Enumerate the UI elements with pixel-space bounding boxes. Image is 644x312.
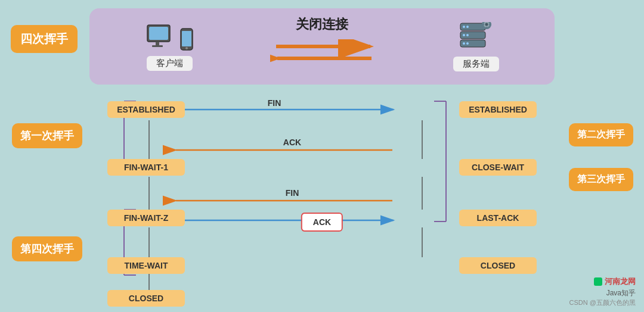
svg-rect-5 (182, 31, 191, 46)
svg-rect-1 (149, 27, 168, 40)
svg-point-6 (185, 47, 188, 49)
state-established-right: ESTABLISHED (459, 101, 537, 118)
svg-point-14 (463, 26, 465, 28)
double-arrow (270, 39, 377, 65)
label-first-handshake: 第一次挥手 (12, 123, 82, 148)
state-closed-right: CLOSED (459, 257, 537, 274)
svg-point-22 (485, 23, 488, 26)
watermark-java: Java知乎 (569, 288, 636, 298)
watermark: 河南龙网 Java知乎 CSDN @五颜六色的黑 (569, 276, 636, 307)
connection-text: 关闭连接 (296, 15, 348, 33)
client-label: 客户端 (147, 56, 193, 71)
phone-icon (179, 27, 194, 51)
watermark-top: 河南龙网 (569, 276, 636, 287)
label-third-handshake: 第三次挥手 (569, 168, 633, 191)
state-close-wait: CLOSE-WAIT (459, 159, 537, 176)
state-time-wait: TIME-WAIT (107, 257, 185, 274)
svg-text:ACK: ACK (283, 138, 301, 147)
wechat-icon (594, 277, 602, 286)
client-box: 客户端 (145, 23, 194, 71)
svg-rect-24 (486, 27, 488, 29)
server-icon (456, 22, 496, 52)
svg-rect-3 (152, 45, 163, 47)
svg-point-15 (463, 34, 465, 36)
svg-point-17 (466, 26, 469, 28)
monitor-icon (145, 23, 176, 51)
main-diagram: FIN ACK FIN (89, 91, 555, 312)
svg-text:FIN: FIN (268, 98, 281, 108)
watermark-csdn: CSDN @五颜六色的黑 (569, 298, 636, 307)
state-fin-wait-1: FIN-WAIT-1 (107, 159, 185, 176)
label-fourth-handshake: 第四次挥手 (12, 236, 82, 261)
server-label: 服务端 (453, 57, 499, 71)
svg-rect-26 (489, 23, 491, 25)
client-icon (145, 23, 194, 51)
double-arrow-icon (270, 39, 377, 65)
ack-outlined-box: ACK (301, 213, 343, 232)
label-second-handshake: 第二次挥手 (569, 123, 633, 146)
svg-point-16 (463, 42, 465, 45)
state-established-left: ESTABLISHED (107, 101, 185, 118)
svg-rect-2 (156, 42, 159, 45)
top-section: 关闭连接 客户端 (89, 8, 555, 85)
server-box: 服务端 (453, 22, 499, 71)
state-fin-wait-2: FIN-WAIT-Z (107, 210, 185, 226)
state-last-ack: LAST-ACK (459, 210, 537, 226)
watermark-brand: 河南龙网 (605, 276, 636, 287)
diagram-svg: FIN ACK FIN (89, 91, 555, 312)
svg-point-19 (466, 42, 469, 45)
four-handshake-label: 四次挥手 (11, 25, 78, 53)
svg-point-18 (466, 34, 469, 36)
state-closed-left: CLOSED (107, 290, 185, 307)
svg-text:FIN: FIN (286, 188, 299, 198)
svg-rect-25 (482, 23, 484, 25)
